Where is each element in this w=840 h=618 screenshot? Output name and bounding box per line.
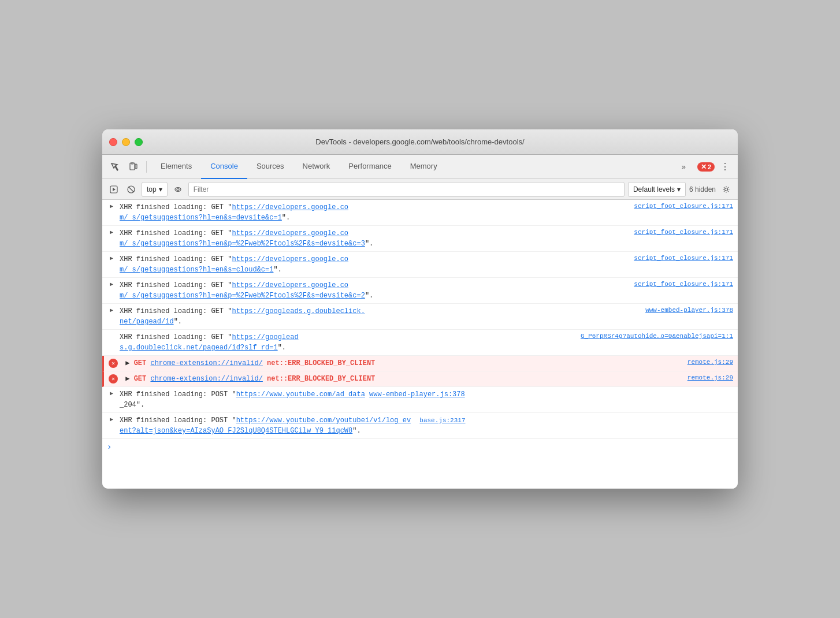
main-toolbar: Elements Console Sources Network Perform…: [102, 155, 738, 179]
error-text: net::ERR_BLOCKED_BY_CLIENT: [267, 375, 375, 383]
svg-rect-2: [135, 164, 137, 169]
tab-network[interactable]: Network: [293, 155, 340, 179]
eye-icon: [174, 185, 182, 193]
inspect-button[interactable]: [107, 159, 123, 175]
filter-input[interactable]: [188, 182, 625, 197]
xhr-url-part2[interactable]: ent?alt=json&key=AIzaSyAO_FJ2SlqU8Q4STEH…: [120, 427, 352, 435]
console-toolbar: top ▾ Default levels ▾ 6 hidden: [102, 179, 738, 200]
hidden-count: 6 hidden: [689, 185, 716, 193]
run-icon: [110, 185, 118, 193]
console-entry: ▶ XHR finished loading: GET "https://goo…: [102, 330, 738, 356]
entry-text: ▶ GET chrome-extension://invalid/ net::E…: [121, 374, 683, 384]
more-tabs-button[interactable]: »: [677, 155, 690, 179]
console-error-entry: ✕ ▶ GET chrome-extension://invalid/ net:…: [102, 371, 738, 387]
entry-text: XHR finished loading: GET "https://googl…: [120, 306, 641, 327]
window-title: DevTools - developers.google.com/web/too…: [315, 137, 524, 146]
expand-icon[interactable]: ▶: [107, 307, 116, 314]
console-settings-button[interactable]: [719, 183, 733, 196]
entry-text: XHR finished loading: GET "https://devel…: [120, 254, 629, 275]
svg-point-8: [177, 188, 179, 191]
context-select[interactable]: top ▾: [142, 182, 168, 197]
clear-console-button[interactable]: [124, 183, 138, 196]
toolbar-divider: [146, 161, 147, 173]
devtools-window: DevTools - developers.google.com/web/too…: [102, 129, 738, 489]
entry-source[interactable]: remote.js:29: [687, 359, 733, 366]
expand-icon[interactable]: ▶: [107, 203, 116, 210]
console-entry: ▶ XHR finished loading: POST "https://ww…: [102, 387, 738, 413]
svg-point-9: [725, 188, 728, 191]
entry-text: XHR finished loading: GET "https://devel…: [120, 280, 629, 301]
entry-source[interactable]: script_foot_closure.js:171: [634, 281, 733, 288]
settings-icon: [722, 185, 730, 193]
tab-console[interactable]: Console: [201, 155, 247, 179]
close-button[interactable]: [109, 138, 117, 146]
xhr-url-link[interactable]: chrome-extension://invalid/: [150, 375, 262, 383]
xhr-url-link[interactable]: https://www.youtube.com/youtubei/v1/log_…: [236, 416, 411, 425]
console-content: ▶ XHR finished loading: GET "https://dev…: [102, 200, 738, 489]
entry-source[interactable]: script_foot_closure.js:171: [634, 255, 733, 262]
entry-text: XHR finished loading: GET "https://devel…: [120, 202, 629, 223]
expand-icon[interactable]: ▶: [107, 416, 116, 423]
svg-line-6: [129, 187, 133, 192]
entry-source[interactable]: script_foot_closure.js:171: [634, 229, 733, 236]
maximize-button[interactable]: [135, 138, 143, 146]
entry-text: ▶ GET chrome-extension://invalid/ net::E…: [121, 358, 683, 368]
minimize-button[interactable]: [122, 138, 130, 146]
xhr-url-link[interactable]: chrome-extension://invalid/: [150, 359, 262, 367]
device-icon: [129, 162, 138, 172]
console-entry: ▶ XHR finished loading: GET "https://dev…: [102, 278, 738, 304]
traffic-lights: [109, 138, 143, 146]
expand-icon[interactable]: ▶: [107, 390, 116, 397]
svg-marker-4: [113, 188, 116, 191]
menu-button[interactable]: ⋮: [717, 159, 733, 175]
console-entry: ▶ XHR finished loading: GET "https://dev…: [102, 200, 738, 226]
console-prompt[interactable]: ›: [102, 439, 738, 455]
xhr-url-link[interactable]: https://googleads.g.doubleclick.net/page…: [120, 333, 299, 352]
entry-source[interactable]: script_foot_closure.js:171: [634, 203, 733, 210]
tab-performance[interactable]: Performance: [339, 155, 400, 179]
xhr-url-link[interactable]: https://developers.google.com/_s/getsugg…: [120, 255, 348, 274]
error-badge: ✕ 2: [697, 162, 715, 172]
get-method: GET: [134, 375, 147, 383]
live-expressions-button[interactable]: [171, 183, 185, 196]
clear-icon: [127, 185, 135, 193]
error-icon: ✕: [109, 374, 118, 384]
expand-icon[interactable]: ▶: [107, 255, 116, 262]
xhr-url-link[interactable]: https://googleads.g.doubleclick.net/page…: [120, 307, 365, 326]
xhr-url-link[interactable]: https://developers.google.com/_s/getsugg…: [120, 281, 365, 300]
tab-sources[interactable]: Sources: [247, 155, 293, 179]
xhr-url-link[interactable]: https://developers.google.com/_s/getsugg…: [120, 203, 348, 222]
xhr-url-link2[interactable]: www-embed-player.js:378: [369, 390, 465, 399]
expand-icon[interactable]: ▶: [107, 281, 116, 288]
tab-elements[interactable]: Elements: [151, 155, 201, 179]
error-icon: ✕: [109, 359, 118, 368]
prompt-arrow: ›: [107, 442, 111, 452]
device-button[interactable]: [125, 159, 142, 175]
console-entry: ▶ XHR finished loading: GET "https://goo…: [102, 304, 738, 330]
error-text: net::ERR_BLOCKED_BY_CLIENT: [267, 359, 375, 367]
tabs-container: Elements Console Sources Network Perform…: [151, 155, 675, 179]
expand-icon[interactable]: ▶: [107, 229, 116, 236]
svg-rect-1: [131, 163, 133, 164]
inspect-icon: [110, 162, 120, 172]
console-error-entry: ✕ ▶ GET chrome-extension://invalid/ net:…: [102, 356, 738, 371]
console-entry: ▶ XHR finished loading: GET "https://dev…: [102, 226, 738, 252]
entry-source[interactable]: G_P6rpRSr4g?autohide…o=0&enablejsapi=1:1: [581, 333, 733, 340]
xhr-url-link[interactable]: https://developers.google.com/_s/getsugg…: [120, 229, 365, 248]
console-entry: ▶ XHR finished loading: POST "https://ww…: [102, 413, 738, 439]
xhr-url-link[interactable]: https://www.youtube.com/ad_data: [236, 390, 365, 399]
entry-text: XHR finished loading: POST "https://www.…: [120, 415, 733, 436]
entry-text: XHR finished loading: GET "https://devel…: [120, 228, 629, 249]
tab-memory[interactable]: Memory: [401, 155, 447, 179]
entry-source[interactable]: remote.js:29: [687, 374, 733, 381]
entry-source[interactable]: www-embed-player.js:378: [645, 307, 733, 314]
title-bar: DevTools - developers.google.com/web/too…: [102, 129, 738, 155]
console-entry: ▶ XHR finished loading: GET "https://dev…: [102, 252, 738, 278]
entry-text: XHR finished loading: GET "https://googl…: [120, 332, 576, 353]
get-method: GET: [134, 359, 147, 367]
run-script-button[interactable]: [107, 183, 121, 196]
log-levels-button[interactable]: Default levels ▾: [628, 182, 686, 197]
entry-text: XHR finished loading: POST "https://www.…: [120, 389, 733, 410]
entry-source-inline[interactable]: base.js:2317: [419, 417, 465, 424]
